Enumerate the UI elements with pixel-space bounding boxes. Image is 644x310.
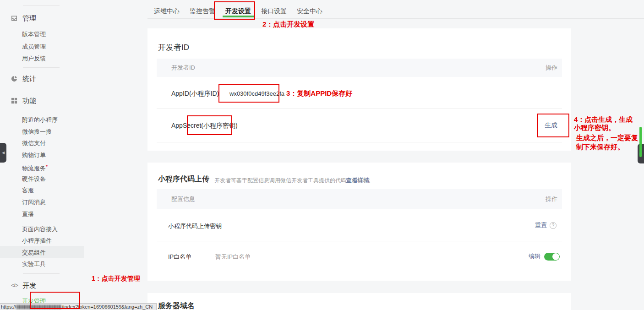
sidebar-group-stats[interactable]: 统计 bbox=[22, 74, 36, 83]
view-details-link[interactable]: 查看详情 bbox=[346, 176, 370, 185]
sidebar-item-plugin[interactable]: 小程序插件 bbox=[22, 237, 52, 245]
sidebar-item-search[interactable]: 微信搜一搜 bbox=[22, 128, 52, 136]
sidebar-item-trade-component[interactable]: 交易组件 bbox=[22, 249, 46, 257]
annotation-line: 生成之后，一定要复 bbox=[576, 133, 638, 142]
pie-chart-icon bbox=[11, 76, 17, 82]
sidebar-item-orders[interactable]: 购物订单 bbox=[22, 151, 46, 159]
card-title: 服务器域名 bbox=[158, 301, 195, 310]
grid-icon bbox=[11, 98, 17, 104]
code-icon: </> bbox=[11, 283, 17, 289]
sidebar-group-features[interactable]: 功能 bbox=[22, 96, 36, 105]
sidebar-item-logistics[interactable]: 物流服务* bbox=[22, 163, 48, 171]
wechat-mp-console: 管理 版本管理 成员管理 用户反馈 统计 功能 附近的小程序 微信搜一搜 微信支… bbox=[0, 0, 644, 310]
sidebar-section-divider bbox=[23, 273, 60, 274]
sidebar-item-members[interactable]: 成员管理 bbox=[22, 43, 46, 51]
column-name: 开发者ID bbox=[171, 64, 195, 72]
developer-id-card: 开发者ID 开发者ID 操作 AppID(小程序ID) wx030f0cd49f… bbox=[147, 28, 571, 151]
upload-key-actions: 重置 ? bbox=[535, 221, 557, 229]
status-url-suffix: /index?token=1690660159&lang=zh_CN bbox=[62, 304, 153, 310]
ip-whitelist-value: 暂无IP白名单 bbox=[215, 253, 251, 261]
toggle-knob bbox=[552, 253, 559, 260]
sidebar-item-nearby[interactable]: 附近的小程序 bbox=[22, 116, 58, 124]
tab-bar-divider bbox=[147, 18, 644, 19]
sidebar-item-lab-tools[interactable]: 实验工具 bbox=[22, 260, 46, 268]
appid-label: AppID(小程序ID) bbox=[171, 90, 219, 98]
status-url-prefix: https:// bbox=[1, 304, 16, 310]
sidebar-section-divider bbox=[23, 5, 60, 6]
edit-button[interactable]: 编辑 bbox=[529, 252, 540, 261]
sidebar-item-feedback[interactable]: 用户反馈 bbox=[22, 54, 46, 63]
sidebar-item-hardware[interactable]: 硬件设备 bbox=[22, 175, 46, 183]
annotation-step3: 3：复制APPID保存好 bbox=[286, 89, 352, 98]
sidebar-item-pay[interactable]: 微信支付 bbox=[22, 139, 46, 147]
sidebar-item-version[interactable]: 版本管理 bbox=[22, 30, 46, 38]
active-tab-underline bbox=[223, 16, 254, 17]
tab-dev-settings[interactable]: 开发设置 bbox=[225, 7, 251, 15]
status-url-blurred bbox=[16, 305, 61, 309]
annotation-line: 制下来保存好。 bbox=[576, 142, 638, 152]
sidebar-divider bbox=[84, 0, 84, 310]
sidebar-item-label: 物流服务 bbox=[22, 165, 46, 172]
tab-api-settings[interactable]: 接口设置 bbox=[261, 7, 287, 15]
sidebar-section-divider bbox=[23, 67, 60, 68]
code-upload-card: 小程序代码上传 开发者可基于配置信息调用微信开发者工具提供的代码上传模块。 查看… bbox=[147, 163, 571, 281]
browser-status-bar: https:// /index?token=1690660159&lang=zh… bbox=[0, 303, 157, 310]
sidebar-item-service[interactable]: 客服 bbox=[22, 186, 34, 195]
green-marker-bar bbox=[639, 127, 642, 157]
column-name: 配置信息 bbox=[171, 195, 195, 203]
server-domain-card: 服务器域名 bbox=[147, 293, 571, 310]
appid-value: wx030f0cd49f3ee2fa bbox=[229, 90, 284, 97]
annotation-line: 小程序密钥。 bbox=[574, 124, 633, 132]
appsecret-label: AppSecret(小程序密钥) bbox=[171, 122, 238, 130]
inbox-icon bbox=[11, 15, 17, 22]
upload-key-label: 小程序代码上传密钥 bbox=[168, 222, 222, 230]
tab-security-center[interactable]: 安全中心 bbox=[297, 7, 322, 15]
column-action: 操作 bbox=[546, 64, 557, 72]
row-divider bbox=[157, 142, 562, 142]
sidebar-item-live[interactable]: 直播 bbox=[22, 210, 34, 218]
column-action: 操作 bbox=[546, 195, 557, 203]
tab-monitor-alert[interactable]: 监控告警 bbox=[190, 7, 215, 15]
sidebar-group-manage[interactable]: 管理 bbox=[22, 14, 36, 23]
table-header: 配置信息 操作 bbox=[157, 189, 562, 209]
appsecret-actions: 生成 bbox=[545, 121, 557, 130]
sidebar-item-subscribe-msg[interactable]: 订阅消息 bbox=[22, 198, 46, 207]
new-badge: * bbox=[46, 164, 48, 169]
generate-button[interactable]: 生成 bbox=[545, 121, 557, 130]
sidebar-item-page-content[interactable]: 页面内容接入 bbox=[22, 225, 58, 234]
chevron-left-icon: ◀ bbox=[2, 151, 5, 155]
annotation-line: 4：点击生成，生成 bbox=[574, 115, 633, 124]
row-divider bbox=[157, 109, 562, 109]
tab-ops-center[interactable]: 运维中心 bbox=[154, 7, 180, 15]
question-icon[interactable]: ? bbox=[550, 222, 557, 229]
sidebar-group-develop[interactable]: 开发 bbox=[22, 281, 36, 290]
annotation-step4-b: 生成之后，一定要复 制下来保存好。 bbox=[576, 133, 638, 152]
collapse-left-tab[interactable]: ◀ bbox=[0, 143, 6, 163]
annotation-step2: 2：点击开发设置 bbox=[262, 20, 314, 29]
card-title: 小程序代码上传 bbox=[158, 174, 209, 184]
ip-whitelist-toggle[interactable] bbox=[544, 253, 560, 261]
annotation-step1: 1：点击开发管理 bbox=[92, 275, 140, 283]
annotation-step4-a: 4：点击生成，生成 小程序密钥。 bbox=[574, 115, 633, 132]
ip-whitelist-label: IP白名单 bbox=[168, 253, 191, 261]
ip-whitelist-actions: 编辑 bbox=[529, 252, 560, 261]
row-divider bbox=[157, 241, 562, 241]
table-header: 开发者ID 操作 bbox=[157, 59, 562, 77]
reset-button[interactable]: 重置 bbox=[535, 221, 547, 229]
card-title: 开发者ID bbox=[158, 42, 189, 53]
